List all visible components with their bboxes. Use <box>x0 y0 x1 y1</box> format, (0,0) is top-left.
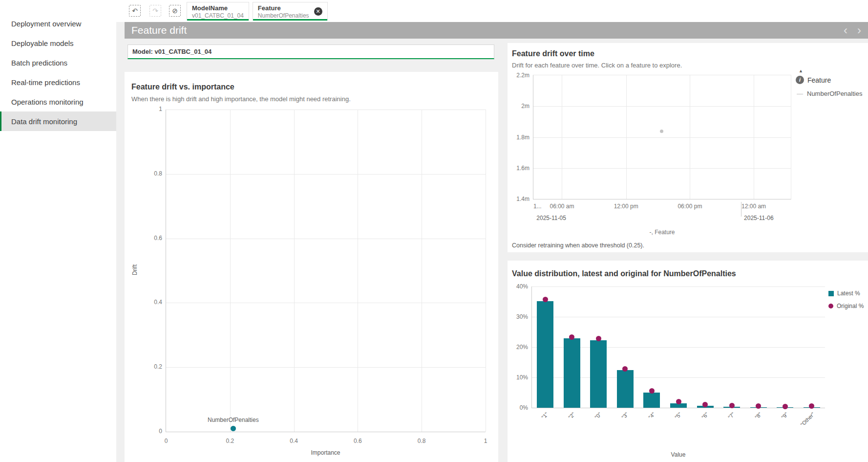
gridline <box>754 75 754 199</box>
line-panel-title: Feature drift over time <box>512 49 594 58</box>
bar-latest[interactable] <box>617 370 634 408</box>
bar-latest[interactable] <box>643 393 660 408</box>
selections-back-button[interactable]: ↶ <box>129 5 141 17</box>
category-label: "8" <box>754 411 762 420</box>
scatter-point-label: NumberOfPenalties <box>189 417 277 423</box>
scatter-panel-subtitle: When there is high drift and high import… <box>131 95 351 103</box>
scatter-chart[interactable]: 00.20.40.60.8100.20.40.60.81NumberOfPena… <box>166 110 486 432</box>
date-label: 2025-11-06 <box>744 215 774 221</box>
drift-over-time-panel: Feature drift over time Drift for each f… <box>508 43 868 252</box>
line-legend-header: i Feature <box>796 76 831 84</box>
sheet-content: Model: v01_CATBC_01_04 Feature drift vs.… <box>125 39 868 462</box>
dot-original[interactable] <box>596 336 601 341</box>
gridline <box>486 110 486 432</box>
category-label: "5" <box>674 411 682 420</box>
y-tick-label: 0% <box>508 404 528 411</box>
legend-scroll-up-icon[interactable]: ▲ <box>799 68 803 73</box>
sidebar-item-label: Real-time predictions <box>11 78 80 87</box>
chip-field-label: ModelName <box>192 4 244 12</box>
sidebar-item-label: Deployable models <box>11 39 74 47</box>
next-sheet-icon[interactable]: › <box>857 24 861 36</box>
category-label: "7" <box>727 411 736 420</box>
y-tick-label: 1.6m <box>510 165 529 172</box>
sidebar-item-deployable-models[interactable]: Deployable models <box>0 33 116 53</box>
dot-original[interactable] <box>783 404 788 409</box>
legend-label: Latest % <box>837 290 860 297</box>
selections-forward-button[interactable]: ↷ <box>149 5 161 17</box>
category-label: "1" <box>540 411 549 420</box>
legend-item-latest[interactable]: Latest % <box>828 287 864 300</box>
gridline <box>626 75 627 199</box>
y-tick-label: 1.8m <box>510 134 529 141</box>
y-tick-label: 10% <box>508 374 528 381</box>
previous-sheet-icon[interactable]: ‹ <box>844 24 847 36</box>
y-tick-label: 30% <box>508 313 528 320</box>
bar-latest[interactable] <box>590 340 607 408</box>
sidebar-item-label: Batch predictions <box>11 59 67 67</box>
dot-original[interactable] <box>676 399 681 404</box>
category-label: "Other" <box>800 411 816 427</box>
value-distribution-panel: Value distribution, latest and original … <box>508 261 868 462</box>
gridline <box>230 110 231 432</box>
sidebar: Deployment overview Deployable models Ba… <box>0 0 116 462</box>
clear-selections-button[interactable]: ⊘ <box>169 5 181 17</box>
series-line-swatch: — <box>797 90 803 97</box>
bar-latest[interactable] <box>564 338 580 408</box>
y-tick-label: 2m <box>510 103 529 110</box>
y-tick-label: 0 <box>143 428 162 435</box>
dot-original[interactable] <box>809 403 814 409</box>
selection-chip-modelname[interactable]: ModelName v01_CATBC_01_04 <box>187 2 249 21</box>
dot-original[interactable] <box>729 403 735 408</box>
sidebar-item-label: Data drift monitoring <box>11 117 77 126</box>
scatter-y-axis-title: Drift <box>131 264 138 275</box>
gridline <box>532 286 825 287</box>
value-distribution-chart[interactable]: 0%10%20%30%40%"1""2""0""3""4""5""6""7""8… <box>531 286 825 408</box>
category-label: "6" <box>700 411 709 420</box>
x-tick-label: 12:00 am <box>737 203 771 210</box>
sidebar-item-operations-monitoring[interactable]: Operations monitoring <box>0 92 116 111</box>
x-tick-label: 0.6 <box>348 438 367 444</box>
dot-original[interactable] <box>702 402 708 407</box>
info-icon[interactable]: i <box>796 76 804 84</box>
x-tick-label: 0 <box>156 438 176 444</box>
legend-label: Original % <box>837 303 864 309</box>
selection-chips: ModelName v01_CATBC_01_04 Feature Number… <box>187 2 328 21</box>
sidebar-item-real-time-predictions[interactable]: Real-time predictions <box>0 72 116 92</box>
scatter-point[interactable] <box>231 426 236 431</box>
category-label: "3" <box>620 411 629 420</box>
date-label: 2025-11-05 <box>536 215 566 221</box>
selection-chip-feature[interactable]: Feature NumberOfPenalties ✕ <box>253 2 328 21</box>
date-separator <box>741 202 741 217</box>
y-tick-label: 0.4 <box>143 299 162 306</box>
chip-value-label: v01_CATBC_01_04 <box>192 12 244 19</box>
remove-selection-icon[interactable]: ✕ <box>314 7 322 16</box>
x-tick-label: 1 <box>476 438 495 444</box>
bar-latest[interactable] <box>537 301 553 408</box>
y-tick-label: 20% <box>508 344 528 351</box>
line-legend-item[interactable]: — NumberOfPenalties <box>797 90 868 97</box>
gridline <box>166 303 486 303</box>
app-root: Deployment overview Deployable models Ba… <box>0 0 868 462</box>
legend-item-original[interactable]: Original % <box>828 300 864 312</box>
sidebar-item-deployment-overview[interactable]: Deployment overview <box>0 14 116 33</box>
gridline <box>294 110 295 432</box>
gridline <box>533 106 791 107</box>
scatter-x-axis-title: Importance <box>166 449 486 456</box>
sidebar-item-data-drift-monitoring[interactable]: Data drift monitoring <box>0 111 116 131</box>
y-tick-label: 1 <box>143 106 162 112</box>
gridline <box>358 110 358 432</box>
line-legend-item-label: NumberOfPenalties <box>807 90 862 97</box>
dot-original[interactable] <box>543 297 548 302</box>
series-point[interactable] <box>660 130 663 133</box>
sidebar-item-batch-predictions[interactable]: Batch predictions <box>0 53 116 72</box>
x-tick-label: 06:00 am <box>545 203 579 210</box>
dot-original[interactable] <box>756 403 761 409</box>
sidebar-item-label: Deployment overview <box>11 20 81 28</box>
category-label: "2" <box>567 411 576 420</box>
x-tick-label: 0.8 <box>412 438 431 444</box>
dot-original[interactable] <box>622 366 628 372</box>
model-filter[interactable]: Model: v01_CATBC_01_04 <box>127 44 494 59</box>
line-panel-subtitle: Drift for each feature over time. Click … <box>512 62 682 69</box>
drift-over-time-chart[interactable]: 2.2m2m1.8m1.6m1.4m1...06:00 am12:00 pm06… <box>533 75 791 199</box>
bar-legend: Latest % Original % <box>828 287 864 312</box>
